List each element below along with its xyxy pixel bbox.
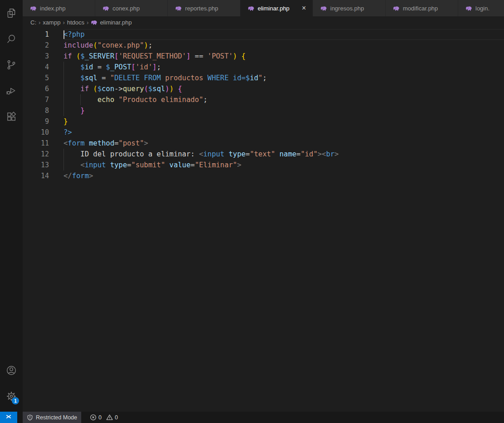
breadcrumb: C:›xampp›htdocs› eliminar.php xyxy=(23,16,504,28)
php-elephant-icon xyxy=(175,5,182,12)
close-icon[interactable]: × xyxy=(300,5,308,12)
code-token: _SERVER xyxy=(85,52,114,60)
code-token: $ xyxy=(245,74,250,82)
code-content: include("conex.php"); xyxy=(64,40,152,51)
code-content: if ($con->query($sql)) { xyxy=(64,83,182,94)
tab-label: login. xyxy=(475,5,489,12)
activity-bar-item-extensions[interactable] xyxy=(0,103,23,129)
indent-guide xyxy=(64,62,64,73)
line-number: 13 xyxy=(23,160,49,170)
activity-bar-item-explorer[interactable] xyxy=(0,0,23,26)
tab-index-php[interactable]: index.php xyxy=(23,0,95,16)
tab-reportes-php[interactable]: reportes.php xyxy=(168,0,240,16)
code-token: { xyxy=(241,52,245,60)
code-line[interactable]: 5 $sql = "DELETE FROM productos WHERE id… xyxy=(23,73,504,83)
breadcrumb-file[interactable]: eliminar.php xyxy=(91,19,132,26)
activity-bar-item-settings[interactable]: 1 xyxy=(0,383,23,409)
code-content: <input type="submit" value="Eliminar"> xyxy=(64,160,241,170)
breadcrumb-segment[interactable]: xampp xyxy=(43,19,60,26)
code-token: " xyxy=(110,74,114,82)
activity-bar-item-source-control[interactable] xyxy=(0,52,23,78)
tab-ingresos-php[interactable]: ingresos.php xyxy=(313,0,386,16)
code-content: } xyxy=(64,116,68,127)
code-token: $ xyxy=(80,74,84,82)
code-token: = xyxy=(98,74,110,82)
code-token: "post" xyxy=(118,139,144,147)
activity-bar-item-accounts[interactable] xyxy=(0,357,23,383)
code-line[interactable]: 12 ID del producto a eliminar: <input ty… xyxy=(23,149,504,160)
code-token: ] xyxy=(152,63,157,71)
code-content: if ($_SERVER['REQUEST_METHOD'] == 'POST'… xyxy=(64,51,245,62)
line-number: 2 xyxy=(23,40,49,51)
code-token: = xyxy=(296,150,300,158)
code-token: < xyxy=(80,161,84,169)
line-number: 12 xyxy=(23,149,49,160)
code-token: = xyxy=(93,63,106,71)
code-token: $ xyxy=(80,63,84,71)
php-elephant-icon xyxy=(465,5,472,12)
code-line[interactable]: 11<form method="post"> xyxy=(23,138,504,149)
tab-modificar-php[interactable]: modificar.php xyxy=(386,0,458,16)
restricted-mode-item[interactable]: Restricted Mode xyxy=(23,412,81,423)
code-token xyxy=(275,150,279,158)
code-token xyxy=(89,85,93,93)
code-token: ( xyxy=(93,85,97,93)
line-number: 4 xyxy=(23,62,49,73)
tab-login[interactable]: login. xyxy=(458,0,504,16)
code-token: } xyxy=(64,117,68,126)
code-line[interactable]: 10?> xyxy=(23,127,504,138)
code-line[interactable]: 8 } xyxy=(23,105,504,116)
code-token: > xyxy=(334,150,338,158)
code-line[interactable]: 7 echo "Producto eliminado"; xyxy=(23,94,504,105)
code-token: if xyxy=(64,52,72,60)
tab-conex-php[interactable]: conex.php xyxy=(95,0,168,16)
code-line[interactable]: 2include("conex.php"); xyxy=(23,40,504,51)
code-token xyxy=(106,161,110,169)
code-token: > xyxy=(237,161,241,169)
code-token: < xyxy=(199,150,203,158)
code-line[interactable]: 3if ($_SERVER['REQUEST_METHOD'] == 'POST… xyxy=(23,51,504,62)
code-line[interactable]: 6 if ($con->query($sql)) { xyxy=(23,83,504,94)
chevron-right-icon: › xyxy=(39,19,40,26)
code-token: query xyxy=(123,85,144,93)
activity-bar-item-run-debug[interactable] xyxy=(0,78,23,103)
breadcrumb-segment[interactable]: htdocs xyxy=(67,19,84,26)
code-token: if xyxy=(80,85,89,93)
indent-guide xyxy=(64,94,64,105)
code-token: == xyxy=(191,52,207,60)
code-token: ( xyxy=(93,41,97,49)
code-line[interactable]: 4 $id = $_POST['id']; xyxy=(23,62,504,73)
search-icon xyxy=(5,33,17,45)
code-token: 'REQUEST_METHOD' xyxy=(118,52,186,60)
code-token: id xyxy=(85,63,93,71)
code-token: ) xyxy=(165,85,169,93)
tab-eliminar-php[interactable]: eliminar.php× xyxy=(240,0,313,16)
code-line[interactable]: 1<?php xyxy=(23,29,504,40)
code-token: 'POST' xyxy=(207,52,233,60)
chevron-right-icon: › xyxy=(87,19,88,26)
activity-bar-item-search[interactable] xyxy=(0,26,23,52)
activity-bar: 1 xyxy=(0,0,23,412)
account-icon xyxy=(5,365,17,376)
editor-group: index.php conex.php reportes.php el xyxy=(23,0,504,412)
code-content: </form> xyxy=(64,170,93,181)
breadcrumb-segment[interactable]: C: xyxy=(30,19,36,26)
code-token: input xyxy=(203,150,225,158)
code-token: -> xyxy=(114,85,123,93)
code-line[interactable]: 13 <input type="submit" value="Eliminar"… xyxy=(23,160,504,170)
code-line[interactable]: 9} xyxy=(23,116,504,127)
code-line[interactable]: 14</form> xyxy=(23,170,504,181)
line-number: 7 xyxy=(23,94,49,105)
code-token: "conex.php" xyxy=(98,41,144,49)
indent-guide xyxy=(64,73,64,83)
problems-item[interactable]: 0 0 xyxy=(86,412,125,423)
code-token: </ xyxy=(64,172,72,180)
code-token: "submit" xyxy=(131,161,165,169)
remote-icon xyxy=(5,413,12,422)
remote-indicator-button[interactable] xyxy=(0,412,17,423)
code-token xyxy=(165,161,169,169)
code-editor[interactable]: 1<?php2include("conex.php");3if ($_SERVE… xyxy=(23,28,504,412)
code-token: $ xyxy=(80,52,84,60)
code-token: ) xyxy=(144,41,148,49)
tab-label: reportes.php xyxy=(185,5,218,12)
